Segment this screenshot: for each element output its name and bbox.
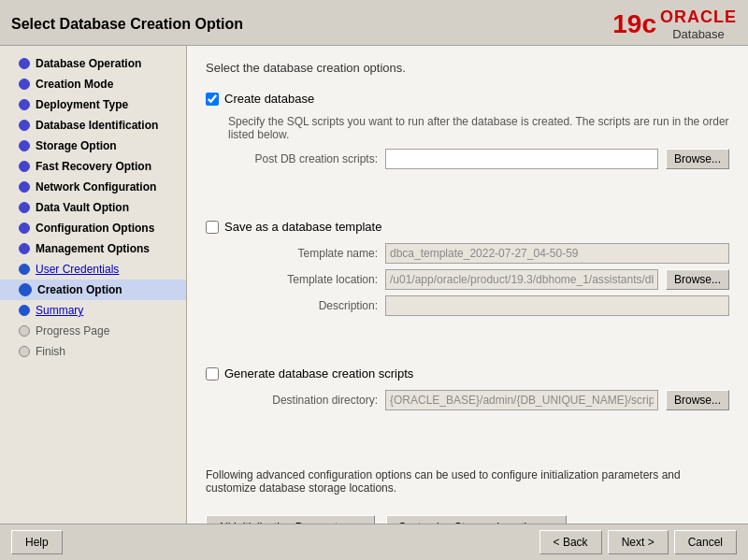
template-description-row: Description:: [228, 295, 729, 316]
post-db-scripts-input[interactable]: [385, 149, 658, 169]
sidebar-item-creation-option[interactable]: Creation Option: [0, 280, 186, 300]
sidebar-label-progress-page: Progress Page: [36, 324, 109, 337]
sidebar-item-database-operation: Database Operation: [0, 53, 186, 74]
sidebar-label-database-identification: Database Identification: [36, 119, 158, 132]
post-db-scripts-label: Post DB creation scripts:: [228, 152, 378, 165]
sidebar-item-management-options: Management Options: [0, 238, 186, 259]
sidebar-label-network-configuration: Network Configuration: [36, 180, 156, 194]
sidebar-label-creation-mode: Creation Mode: [36, 78, 113, 91]
template-location-input[interactable]: [385, 269, 658, 290]
generate-scripts-indent: Destination directory: Browse...: [228, 384, 729, 422]
sidebar-item-data-vault-option: Data Vault Option: [0, 197, 186, 218]
cancel-button[interactable]: Cancel: [674, 530, 737, 554]
sidebar-item-finish: Finish: [0, 341, 186, 362]
sidebar-dot-deployment-type: [19, 99, 30, 110]
sidebar-item-progress-page: Progress Page: [0, 321, 186, 341]
sidebar-dot-data-vault-option: [19, 202, 30, 213]
generate-scripts-block: Generate database creation scripts Desti…: [206, 366, 729, 422]
main-container: Database OperationCreation ModeDeploymen…: [0, 46, 748, 524]
help-button[interactable]: Help: [11, 530, 63, 554]
create-database-label[interactable]: Create database: [224, 92, 314, 106]
sidebar-item-network-configuration: Network Configuration: [0, 177, 186, 197]
create-database-row[interactable]: Create database: [206, 92, 729, 106]
create-database-block: Create database Specify the SQL scripts …: [206, 92, 729, 180]
oracle-product: Database: [672, 27, 725, 41]
create-database-description: Specify the SQL scripts you want to run …: [228, 115, 729, 141]
sidebar-dot-user-credentials: [19, 264, 30, 275]
sidebar-dot-progress-page: [19, 325, 30, 337]
title-bar: Select Database Creation Option 19c ORAC…: [0, 0, 748, 46]
sidebar-item-configuration-options: Configuration Options: [0, 218, 186, 238]
sidebar-dot-finish: [19, 346, 30, 357]
sidebar-label-user-credentials: User Credentials: [36, 263, 119, 276]
destination-dir-row: Destination directory: Browse...: [228, 390, 729, 410]
destination-dir-label: Destination directory:: [228, 394, 378, 407]
sidebar-label-summary: Summary: [36, 304, 83, 317]
sidebar-label-storage-option: Storage Option: [36, 139, 117, 152]
destination-dir-browse-button[interactable]: Browse...: [666, 390, 729, 410]
sidebar-dot-database-identification: [19, 120, 30, 131]
template-location-label: Template location:: [228, 273, 378, 286]
sidebar-label-deployment-type: Deployment Type: [36, 98, 128, 111]
save-template-row[interactable]: Save as a database template: [206, 220, 729, 234]
sidebar-item-user-credentials[interactable]: User Credentials: [0, 259, 186, 280]
oracle-brand: ORACLE: [660, 7, 737, 27]
generate-scripts-row[interactable]: Generate database creation scripts: [206, 366, 729, 381]
save-template-label[interactable]: Save as a database template: [224, 220, 381, 234]
sidebar-dot-creation-mode: [19, 79, 30, 90]
back-button[interactable]: < Back: [539, 530, 602, 554]
sidebar-label-configuration-options: Configuration Options: [36, 222, 154, 235]
sidebar-item-summary[interactable]: Summary: [0, 300, 186, 321]
post-db-scripts-row: Post DB creation scripts: Browse...: [228, 149, 729, 169]
sidebar-label-creation-option: Creation Option: [37, 283, 122, 296]
sidebar-label-fast-recovery-option: Fast Recovery Option: [36, 160, 151, 173]
template-name-row: Template name:: [228, 243, 729, 264]
sidebar-dot-storage-option: [19, 140, 30, 151]
sidebar-dot-management-options: [19, 243, 30, 254]
template-location-row: Template location: Browse...: [228, 269, 729, 290]
oracle-version: 19c: [612, 9, 656, 39]
save-template-block: Save as a database template Template nam…: [206, 220, 729, 327]
save-template-indent: Template name: Template location: Browse…: [228, 237, 729, 327]
sidebar: Database OperationCreation ModeDeploymen…: [0, 46, 187, 524]
all-init-params-button[interactable]: All Initialization Parameters...: [206, 515, 375, 524]
sidebar-dot-configuration-options: [19, 223, 30, 234]
oracle-logo: 19c ORACLE Database: [612, 7, 737, 41]
sidebar-label-data-vault-option: Data Vault Option: [36, 201, 129, 214]
template-location-browse-button[interactable]: Browse...: [666, 269, 729, 290]
template-description-input[interactable]: [385, 295, 729, 316]
sidebar-item-creation-mode: Creation Mode: [0, 74, 186, 94]
content-area: Select the database creation options. Cr…: [187, 46, 748, 524]
next-button[interactable]: Next >: [608, 530, 669, 554]
bottom-bar: Help < Back Next > Cancel: [0, 524, 748, 560]
save-template-checkbox[interactable]: [206, 221, 219, 234]
sidebar-dot-network-configuration: [19, 181, 30, 193]
generate-scripts-label[interactable]: Generate database creation scripts: [224, 366, 413, 381]
template-description-label: Description:: [228, 299, 378, 312]
sidebar-item-fast-recovery-option: Fast Recovery Option: [0, 156, 186, 177]
create-database-indent: Specify the SQL scripts you want to run …: [228, 109, 729, 180]
sidebar-dot-summary: [19, 305, 30, 316]
sidebar-dot-creation-option: [19, 283, 32, 296]
sidebar-label-management-options: Management Options: [36, 242, 150, 255]
action-buttons-row: All Initialization Parameters... Customi…: [206, 515, 729, 524]
section-description: Select the database creation options.: [206, 61, 729, 75]
sidebar-label-database-operation: Database Operation: [36, 57, 141, 70]
create-database-checkbox[interactable]: [206, 93, 219, 106]
nav-buttons: < Back Next > Cancel: [539, 530, 737, 554]
sidebar-item-deployment-type: Deployment Type: [0, 94, 186, 115]
advanced-description: Following advanced configuration options…: [206, 468, 729, 495]
sidebar-item-storage-option: Storage Option: [0, 136, 186, 156]
sidebar-dot-fast-recovery-option: [19, 161, 30, 172]
template-name-label: Template name:: [228, 247, 378, 260]
sidebar-item-database-identification: Database Identification: [0, 115, 186, 136]
page-title: Select Database Creation Option: [11, 16, 243, 33]
customize-storage-button[interactable]: Customize Storage Locations...: [386, 515, 567, 524]
destination-dir-input[interactable]: [385, 390, 658, 410]
sidebar-label-finish: Finish: [36, 345, 65, 358]
post-db-scripts-browse-button[interactable]: Browse...: [666, 149, 729, 169]
generate-scripts-checkbox[interactable]: [206, 367, 219, 381]
sidebar-dot-database-operation: [19, 58, 30, 69]
oracle-text: ORACLE Database: [660, 7, 737, 41]
template-name-input[interactable]: [385, 243, 729, 264]
